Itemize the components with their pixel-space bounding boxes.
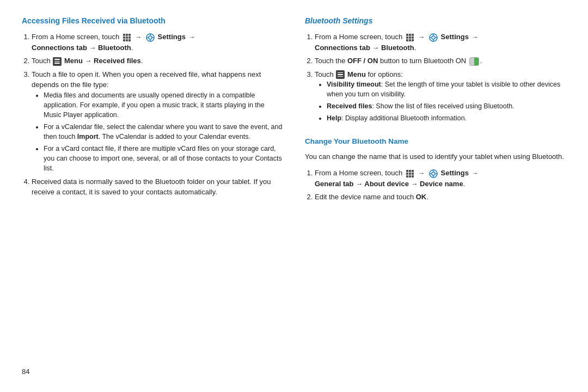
svg-rect-20 — [412, 36, 414, 39]
page: Accessing Files Received via Bluetooth F… — [0, 0, 588, 392]
left-step-3-bullets: Media files and documents are usually op… — [44, 90, 283, 174]
settings-label-2: Settings — [441, 33, 471, 41]
svg-rect-18 — [406, 36, 408, 39]
change-bluetooth-title: Change Your Bluetooth Name — [305, 137, 566, 145]
bullet-received-files: Received files: Show the list of files r… — [327, 101, 566, 111]
menu-icon-2 — [336, 70, 345, 79]
svg-rect-8 — [128, 39, 131, 41]
svg-rect-19 — [409, 36, 411, 39]
bullet-visibility: Visibility timeout: Set the length of ti… — [327, 79, 566, 99]
settings-icon-2 — [428, 33, 438, 42]
columns: Accessing Files Received via Bluetooth F… — [22, 16, 566, 363]
right-column: Bluetooth Settings From a Home screen, t… — [305, 16, 566, 363]
right-step-3-bullets: Visibility timeout: Set the length of ti… — [327, 79, 566, 124]
svg-rect-7 — [126, 39, 128, 41]
svg-rect-37 — [409, 175, 411, 177]
left-step-4: Received data is normally saved to the B… — [32, 176, 283, 198]
left-column: Accessing Files Received via Bluetooth F… — [22, 16, 283, 363]
menu-icon-1 — [53, 57, 62, 66]
svg-rect-23 — [412, 39, 414, 41]
arrow-icon-6: → — [472, 168, 479, 178]
toggle-on-label — [474, 58, 479, 65]
toggle-off-label — [470, 58, 474, 65]
svg-rect-22 — [409, 39, 411, 41]
right-step-2: Touch the OFF / ON button to turn Blueto… — [315, 56, 566, 66]
change-step-2: Edit the device name and touch OK. — [315, 192, 566, 203]
svg-rect-21 — [406, 39, 408, 41]
svg-rect-0 — [123, 34, 125, 36]
menu-label-2: Menu — [347, 70, 366, 78]
svg-rect-2 — [128, 34, 131, 36]
svg-rect-36 — [406, 175, 408, 177]
settings-label-3: Settings — [441, 169, 471, 177]
arrow-icon-2: → — [189, 32, 195, 42]
svg-point-25 — [432, 36, 435, 39]
left-step-3: Touch a file to open it. When you open a… — [32, 69, 283, 174]
bullet-3: For a vCard contact file, if there are m… — [44, 144, 283, 173]
right-step-1: From a Home screen, touch — [315, 32, 566, 53]
arrow-icon-1: → — [135, 32, 142, 42]
svg-point-40 — [432, 172, 435, 175]
grid-icon — [122, 33, 132, 42]
svg-rect-31 — [409, 170, 411, 172]
change-bluetooth-intro: You can change the name that is used to … — [305, 151, 566, 162]
settings-icon-1 — [145, 33, 155, 42]
svg-rect-32 — [412, 170, 414, 172]
svg-rect-34 — [409, 173, 411, 175]
svg-point-10 — [149, 36, 152, 39]
settings-label-1: Settings — [158, 33, 188, 41]
svg-rect-30 — [406, 170, 408, 172]
ok-label: OK — [416, 193, 427, 201]
connections-tab-2: Connections tab → Bluetooth — [315, 44, 414, 52]
off-on-label: OFF / ON — [347, 57, 378, 65]
change-step-1: From a Home screen, touch — [315, 168, 566, 189]
left-steps-list: From a Home screen, touch — [32, 32, 283, 200]
right-step-3: Touch Menu for options: Visibility timeo… — [315, 69, 566, 124]
menu-label-1: Menu → Received files — [64, 57, 141, 65]
svg-rect-3 — [123, 36, 125, 39]
svg-rect-5 — [128, 36, 131, 39]
connections-tab-1: Connections tab → Bluetooth — [32, 44, 131, 52]
grid-icon-2 — [405, 33, 415, 42]
svg-rect-35 — [412, 173, 414, 175]
grid-icon-3 — [405, 169, 415, 179]
page-number: 84 — [22, 367, 29, 376]
svg-rect-15 — [406, 34, 408, 36]
svg-rect-17 — [412, 34, 414, 36]
svg-rect-4 — [126, 36, 128, 39]
change-bluetooth-steps: From a Home screen, touch — [315, 168, 566, 205]
bullet-2: For a vCalendar file, select the calenda… — [44, 122, 283, 142]
left-step-1: From a Home screen, touch — [32, 32, 283, 53]
arrow-icon-3: → — [418, 32, 425, 42]
settings-icon-3 — [428, 169, 438, 179]
left-step-2: Touch Menu → Received files. — [32, 56, 283, 66]
page-footer: 84 — [22, 363, 566, 376]
svg-rect-38 — [412, 175, 414, 177]
svg-rect-1 — [126, 34, 128, 36]
left-section-title: Accessing Files Received via Bluetooth — [22, 16, 283, 25]
bullet-1: Media files and documents are usually op… — [44, 90, 283, 120]
svg-rect-33 — [406, 173, 408, 175]
arrow-icon-5: → — [418, 168, 425, 178]
svg-rect-16 — [409, 34, 411, 36]
right-section-title: Bluetooth Settings — [305, 16, 566, 25]
general-tab-label: General tab → About device → Device name — [315, 180, 463, 188]
bluetooth-toggle[interactable] — [469, 57, 479, 66]
svg-rect-6 — [123, 39, 125, 41]
right-steps-list: From a Home screen, touch — [315, 32, 566, 126]
bullet-help: Help: Display additional Bluetooth infor… — [327, 113, 566, 123]
arrow-icon-4: → — [472, 32, 479, 42]
